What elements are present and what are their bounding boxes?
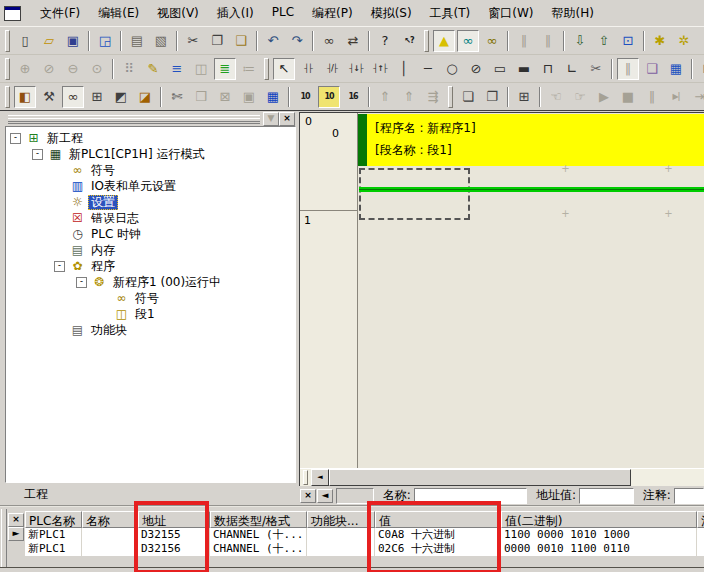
new-plc-instruction-button[interactable]: ▭ — [489, 58, 511, 80]
context-help-button[interactable]: ↖? — [398, 30, 420, 52]
online-edit-gear-1-button[interactable]: ✱ — [649, 30, 671, 52]
function-block-copy-button[interactable]: ❒ — [190, 86, 212, 108]
workspace-drag-handle[interactable] — [8, 115, 260, 124]
new-instruction-block-button[interactable]: ▬ — [513, 58, 535, 80]
new-horizontal-line-button[interactable]: ─ — [417, 58, 439, 80]
show-rung-annotations-button[interactable]: ≡ — [166, 58, 188, 80]
watch-column-header[interactable]: 值(二进制) — [501, 511, 697, 528]
ladder-canvas[interactable]: [程序名 : 新程序1] [段名称 : 段1] — [358, 113, 704, 469]
tree-item-error-log[interactable]: ☒错误日志 — [6, 210, 295, 226]
scrollbar-thumb[interactable] — [329, 469, 631, 486]
new-closed-contact-button[interactable]: ┤/├ — [321, 58, 343, 80]
transfer-from-plc-button[interactable]: ⇧ — [593, 30, 615, 52]
new-file-button[interactable]: ▯ — [14, 30, 36, 52]
force-cancel-button[interactable]: ⇶ — [422, 86, 444, 108]
tree-item-symbols[interactable]: ∞符号 — [6, 162, 295, 178]
sim-pause-toggle-button[interactable]: ‖ — [641, 86, 663, 108]
sim-pause-button[interactable]: ☞ — [569, 86, 591, 108]
tree-item-programs[interactable]: -✿程序 — [6, 258, 295, 274]
monitor-hex-button[interactable]: 16 — [342, 86, 364, 108]
tree-item-plc-clock[interactable]: ◷PLC 时钟 — [6, 226, 295, 242]
function-block-cut-button[interactable]: ✄ — [166, 86, 188, 108]
pause-monitor-1-button[interactable]: ‖ — [513, 30, 535, 52]
watch-column-header[interactable]: 数据类型/格式 — [210, 511, 307, 528]
print-button[interactable]: ▤ — [126, 30, 148, 52]
redo-button[interactable]: ↷ — [286, 30, 308, 52]
undo-button[interactable]: ↶ — [262, 30, 284, 52]
watch-column-header[interactable]: 功能块... — [307, 511, 375, 528]
new-open-contact-button[interactable]: ┤├ — [297, 58, 319, 80]
menu-edit[interactable]: 编辑(E) — [89, 2, 148, 25]
menu-file[interactable]: 文件(F) — [31, 2, 89, 25]
online-edit-release-button[interactable]: ⊞ — [513, 86, 535, 108]
address-reference-tool-button[interactable]: ◩ — [110, 86, 132, 108]
sim-step-in-button[interactable]: ⇥ — [689, 86, 704, 108]
edit-comments-button[interactable]: ⊡ — [697, 58, 704, 80]
tree-item-new-plc1[interactable]: -▦新PLC1[CP1H] 运行模式 — [6, 146, 295, 162]
cut-button[interactable]: ✂ — [182, 30, 204, 52]
address-value-field[interactable] — [579, 488, 634, 504]
show-comments-button[interactable]: ✎ — [142, 58, 164, 80]
ladder-cursor[interactable] — [359, 168, 470, 220]
copy-button[interactable]: ❐ — [206, 30, 228, 52]
new-coil-button[interactable]: ○ — [441, 58, 463, 80]
show-properties-button[interactable]: ◪ — [134, 86, 156, 108]
tree-item-new-project[interactable]: -⊞新工程 — [6, 130, 295, 146]
paste-button[interactable]: ❑ — [230, 30, 252, 52]
tree-item-new-program1[interactable]: -❂新程序1 (00)运行中 — [6, 274, 295, 290]
time-chart-monitor-button[interactable]: ▦ — [665, 58, 687, 80]
open-file-button[interactable]: ▱ — [38, 30, 60, 52]
zoom-fit-button[interactable]: ⊙ — [86, 58, 108, 80]
tree-item-settings[interactable]: ☼设置 — [6, 194, 295, 210]
delete-line-button[interactable]: ✂ — [585, 58, 607, 80]
workspace-dropdown-button[interactable]: ▼ — [263, 112, 279, 126]
new-inverted-instruction-button[interactable]: ⊓ — [537, 58, 559, 80]
menu-view[interactable]: 视图(V) — [148, 2, 208, 25]
select-mode-button[interactable]: ↖ — [273, 58, 295, 80]
data-layers-button[interactable]: ❑ — [641, 58, 663, 80]
compile-program-button[interactable]: ▲ — [433, 30, 455, 52]
toggle-output-window-button[interactable]: ⚒ — [38, 86, 60, 108]
new-vertical-line-button[interactable]: │ — [393, 58, 415, 80]
toggle-watch-window-button[interactable]: ∞ — [62, 86, 84, 108]
mdi-child-window-icon[interactable] — [4, 6, 21, 21]
mnemonic-view-button[interactable]: ≔ — [238, 58, 260, 80]
project-tab[interactable]: 工程 — [7, 486, 65, 503]
line-corner-button[interactable]: ∟ — [561, 58, 583, 80]
tree-item-section1[interactable]: ◫段1 — [6, 306, 295, 322]
function-block-paste-button[interactable]: ⊠ — [214, 86, 236, 108]
menu-help[interactable]: 帮助(H) — [543, 2, 603, 25]
new-closed-contact-or-button[interactable]: ┤↑├ — [369, 58, 391, 80]
menu-tools[interactable]: 工具(T) — [421, 2, 480, 25]
monitor-decimal-pause-button[interactable]: 10 — [318, 86, 340, 108]
transfer-to-plc-button[interactable]: ⇩ — [569, 30, 591, 52]
workspace-close-button[interactable]: × — [279, 112, 295, 126]
online-edit-send-button[interactable]: ❐ — [481, 86, 503, 108]
menu-window[interactable]: 窗口(W) — [479, 2, 542, 25]
pause-monitoring-button[interactable]: ‖ — [617, 58, 639, 80]
force-off-button[interactable]: ⇑ — [398, 86, 420, 108]
toggle-grid-button[interactable]: ⠿ — [118, 58, 140, 80]
tree-expander[interactable]: - — [76, 277, 87, 288]
ladder-horizontal-scrollbar[interactable]: ◄ — [300, 468, 704, 486]
compare-with-plc-button[interactable]: ⊡ — [617, 30, 639, 52]
change-plc-type-button[interactable]: ◲ — [94, 30, 116, 52]
watch-column-header[interactable]: 名称 — [82, 511, 138, 528]
watch-column-header[interactable]: PLC名称 — [25, 511, 82, 528]
watch-close-button[interactable]: × — [8, 513, 24, 527]
force-on-button[interactable]: ⇑ — [374, 86, 396, 108]
function-block-library-button[interactable]: ▣ — [238, 86, 260, 108]
sim-step-run-button[interactable]: ▶| — [665, 86, 687, 108]
tree-expander[interactable]: - — [54, 261, 65, 272]
info-bar-collapse-button[interactable]: ◄ — [317, 489, 333, 503]
cross-reference-report-button[interactable]: ⊞ — [86, 86, 108, 108]
sim-stop-button[interactable]: ■ — [617, 86, 639, 108]
ladder-view-button[interactable]: ≣ — [214, 58, 236, 80]
print-preview-button[interactable]: ▧ — [150, 30, 172, 52]
menu-plc[interactable]: PLC — [263, 2, 303, 25]
new-open-contact-or-button[interactable]: ┤↓├ — [345, 58, 367, 80]
split-window-button[interactable]: ◫ — [190, 58, 212, 80]
watch-column-header[interactable]: 注 — [697, 511, 704, 528]
menu-simulation[interactable]: 模拟(S) — [362, 2, 421, 25]
menu-insert[interactable]: 插入(I) — [208, 2, 263, 25]
